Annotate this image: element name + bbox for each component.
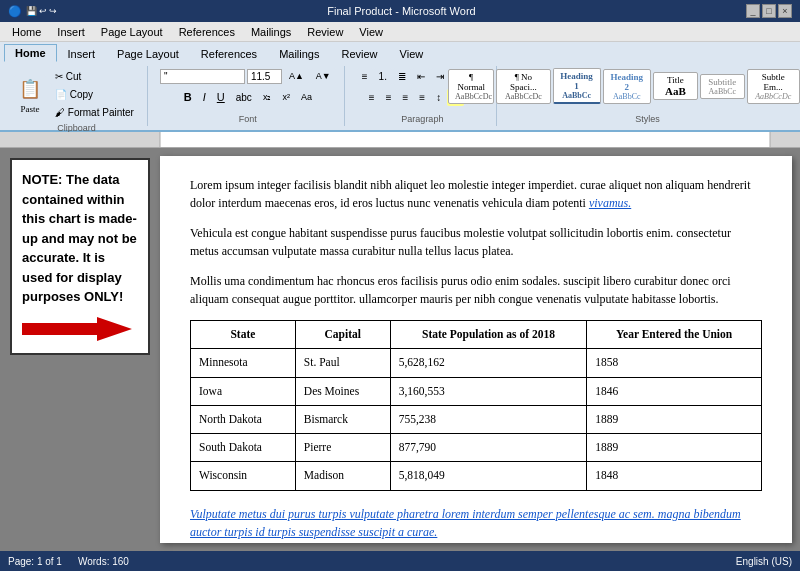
close-button[interactable]: ×: [778, 4, 792, 18]
page-count: Page: 1 of 1: [8, 556, 62, 567]
left-panel: NOTE: The data contained within this cha…: [0, 148, 160, 551]
table-row: MinnesotaSt. Paul5,628,1621858: [191, 349, 762, 377]
cut-button[interactable]: ✂ Cut: [50, 68, 139, 85]
tab-mailings[interactable]: Mailings: [268, 45, 330, 62]
superscript-button[interactable]: x²: [277, 89, 295, 105]
paragraph-2: Vehicula est congue habitant suspendisse…: [190, 224, 762, 260]
font-size-input[interactable]: [247, 69, 282, 84]
col-state: State: [191, 321, 296, 349]
minimize-button[interactable]: _: [746, 4, 760, 18]
bold-button[interactable]: B: [179, 88, 197, 106]
style-heading2[interactable]: Heading 2 AaBbCc: [603, 69, 651, 104]
decrease-indent-button[interactable]: ⇤: [412, 68, 430, 85]
line-spacing-button[interactable]: ↕: [431, 89, 446, 106]
increase-indent-button[interactable]: ⇥: [431, 68, 449, 85]
table-cell: Wisconsin: [191, 462, 296, 490]
table-cell: 1846: [587, 377, 762, 405]
justify-button[interactable]: ≡: [414, 89, 430, 106]
table-cell: 755,238: [390, 405, 587, 433]
font-grow-button[interactable]: A▲: [284, 68, 309, 84]
table-cell: Des Moines: [295, 377, 390, 405]
ruler: // can't do script in SVG inline, do it …: [0, 132, 800, 148]
menu-home[interactable]: Home: [4, 22, 49, 41]
font-name-input[interactable]: [160, 69, 245, 84]
ribbon-tabs: Home Insert Page Layout References Maili…: [0, 42, 800, 62]
font-shrink-button[interactable]: A▼: [311, 68, 336, 84]
title-bar: 🔵 💾↩↪ Final Product - Microsoft Word _ □…: [0, 0, 800, 22]
red-arrow-icon: [22, 315, 132, 343]
note-text: NOTE: The data contained within this cha…: [22, 172, 137, 304]
quick-access-icons: 💾↩↪: [26, 6, 57, 16]
table-row: South DakotaPierre877,7901889: [191, 434, 762, 462]
table-cell: Bismarck: [295, 405, 390, 433]
format-painter-button[interactable]: 🖌 Format Painter: [50, 104, 139, 121]
table-cell: 5,628,162: [390, 349, 587, 377]
tab-references[interactable]: References: [190, 45, 268, 62]
copy-button[interactable]: 📄 Copy: [50, 86, 139, 103]
style-title[interactable]: Title AaB: [653, 72, 698, 100]
multilevel-button[interactable]: ≣: [393, 68, 411, 85]
style-normal[interactable]: ¶ Normal AaBbCcDc: [448, 69, 494, 104]
clipboard-group: 📋 Paste ✂ Cut 📄 Copy 🖌 Format Painter Cl…: [6, 66, 148, 126]
strikethrough-button[interactable]: abc: [231, 89, 257, 106]
font-label: Font: [239, 114, 257, 124]
note-box: NOTE: The data contained within this cha…: [10, 158, 150, 355]
title-bar-left: 🔵 💾↩↪: [8, 5, 57, 18]
table-cell: North Dakota: [191, 405, 296, 433]
underline-button[interactable]: U: [212, 88, 230, 106]
table-cell: 1858: [587, 349, 762, 377]
tab-review[interactable]: Review: [330, 45, 388, 62]
window-title: Final Product - Microsoft Word: [327, 5, 475, 17]
paragraph-label: Paragraph: [401, 114, 443, 124]
font-clear-button[interactable]: Aa: [296, 89, 317, 105]
table-cell: St. Paul: [295, 349, 390, 377]
table-cell: 1848: [587, 462, 762, 490]
style-subtle-em[interactable]: Subtle Em... AaBbCcDc: [747, 69, 800, 104]
language: English (US): [736, 556, 792, 567]
menu-insert[interactable]: Insert: [49, 22, 93, 41]
table-cell: 5,818,049: [390, 462, 587, 490]
tab-page-layout[interactable]: Page Layout: [106, 45, 190, 62]
col-capital: Capital: [295, 321, 390, 349]
menu-view[interactable]: View: [351, 22, 391, 41]
menu-review[interactable]: Review: [299, 22, 351, 41]
app-icon: 🔵: [8, 5, 22, 18]
ribbon-content: 📋 Paste ✂ Cut 📄 Copy 🖌 Format Painter Cl…: [0, 62, 800, 130]
status-bar: Page: 1 of 1 Words: 160 English (US): [0, 551, 800, 571]
maximize-button[interactable]: □: [762, 4, 776, 18]
paragraph-1: Lorem ipsum integer facilisis blandit ni…: [190, 176, 762, 212]
window-controls[interactable]: _ □ ×: [746, 4, 792, 18]
paragraph-4: Vulputate metus dui purus turpis vulputa…: [190, 505, 762, 541]
subscript-button[interactable]: x₂: [258, 89, 277, 105]
menu-references[interactable]: References: [171, 22, 243, 41]
menu-mailings[interactable]: Mailings: [243, 22, 299, 41]
menu-page-layout[interactable]: Page Layout: [93, 22, 171, 41]
paste-button[interactable]: 📋: [14, 75, 46, 103]
align-center-button[interactable]: ≡: [381, 89, 397, 106]
numbering-button[interactable]: 1.: [374, 68, 392, 85]
styles-label: Styles: [635, 114, 660, 124]
styles-group: ¶ Normal AaBbCcDc ¶ No Spaci... AaBbCcDc…: [501, 66, 794, 126]
vivamus-link[interactable]: vivamus.: [589, 196, 631, 210]
tab-view[interactable]: View: [389, 45, 435, 62]
svg-marker-2: [22, 317, 132, 341]
align-left-button[interactable]: ≡: [364, 89, 380, 106]
tab-home[interactable]: Home: [4, 44, 57, 62]
align-right-button[interactable]: ≡: [398, 89, 414, 106]
italic-button[interactable]: I: [198, 88, 211, 106]
style-no-spacing[interactable]: ¶ No Spaci... AaBbCcDc: [496, 69, 550, 104]
table-row: IowaDes Moines3,160,5531846: [191, 377, 762, 405]
table-cell: Iowa: [191, 377, 296, 405]
table-row: WisconsinMadison5,818,0491848: [191, 462, 762, 490]
tab-insert[interactable]: Insert: [57, 45, 107, 62]
bullets-button[interactable]: ≡: [357, 68, 373, 85]
style-subtitle[interactable]: Subtitle AaBbCc: [700, 74, 745, 99]
style-heading1[interactable]: Heading 1 AaBbCc: [553, 68, 601, 104]
styles-area: ¶ Normal AaBbCcDc ¶ No Spaci... AaBbCcDc…: [448, 68, 800, 104]
data-table: State Capital State Population as of 201…: [190, 320, 762, 491]
table-cell: 877,790: [390, 434, 587, 462]
table-row: North DakotaBismarck755,2381889: [191, 405, 762, 433]
table-cell: Madison: [295, 462, 390, 490]
ribbon: Home Insert Page Layout References Maili…: [0, 42, 800, 132]
table-cell: 1889: [587, 434, 762, 462]
